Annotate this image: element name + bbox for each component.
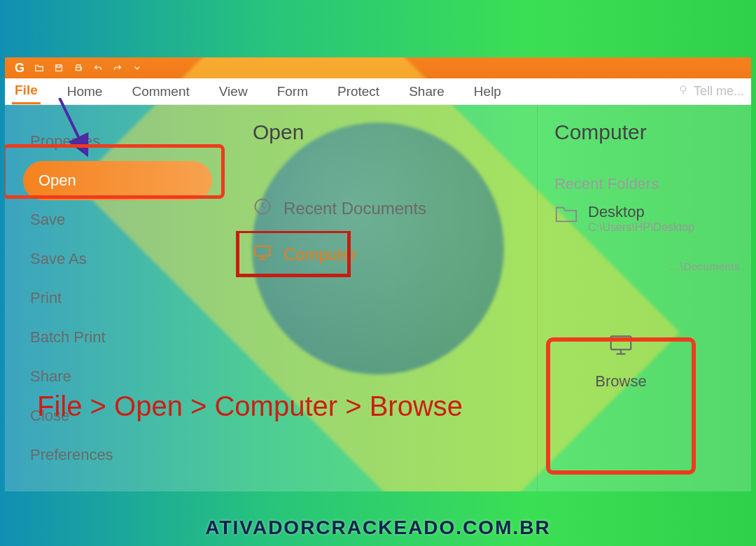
recent-documents-label: Recent Documents [284,199,426,218]
menu-file[interactable]: File [12,78,41,104]
side-save[interactable]: Save [23,200,236,239]
side-close[interactable]: Close [23,396,236,435]
open-computer-label: Computer [284,245,357,265]
browse-button[interactable]: Browse [554,302,687,421]
app-logo-icon: G [15,61,24,76]
menu-home[interactable]: Home [64,80,106,104]
tell-me-placeholder: Tell me... [694,84,744,99]
side-print[interactable]: Print [23,279,236,318]
menu-comment[interactable]: Comment [129,80,192,104]
menu-help[interactable]: Help [471,80,504,104]
folder-name: Desktop [588,203,694,221]
clock-icon [253,197,272,220]
svg-point-0 [680,86,686,92]
svg-rect-2 [255,246,270,256]
recent-folder-desktop[interactable]: Desktop C:\Users\HP\Desktop [554,203,740,234]
side-preferences[interactable]: Preferences [23,435,236,475]
computer-icon [253,243,272,267]
recent-folders-heading: Recent Folders [554,175,740,193]
folder-icon [554,203,578,227]
side-share[interactable]: Share [23,357,236,396]
recent-documents[interactable]: Recent Documents [253,190,520,227]
documents-hint: …\Documents [554,260,740,272]
titlebar: G [5,57,751,78]
side-properties[interactable]: Properties [23,122,236,161]
open-right-column: Computer Recent Folders Desktop C:\Users… [537,105,751,491]
chevron-down-icon[interactable] [132,63,142,73]
computer-icon [606,332,636,363]
menu-view[interactable]: View [216,80,251,104]
folder-path: C:\Users\HP\Desktop [588,221,694,234]
print-icon[interactable] [74,63,83,73]
file-sidebar: Properties Open Save Save As Print Batch… [5,105,236,491]
open-computer[interactable]: Computer [253,237,520,273]
watermark: ativadorcrackeado.com.br [0,517,756,539]
mid-title: Open [253,120,520,144]
lightbulb-icon [677,83,690,99]
right-title: Computer [554,120,740,144]
tell-me-search[interactable]: Tell me... [677,83,744,99]
redo-icon[interactable] [113,63,122,73]
menubar: File Home Comment View Form Protect Shar… [5,78,751,105]
menu-form[interactable]: Form [274,80,311,104]
undo-icon[interactable] [93,63,103,73]
side-open[interactable]: Open [23,161,212,200]
side-save-as[interactable]: Save As [23,239,236,279]
open-mid-column: Open Recent Documents Computer [236,105,537,491]
menu-share[interactable]: Share [406,80,447,104]
open-folder-icon[interactable] [34,63,44,73]
browse-label: Browse [595,372,646,391]
svg-rect-3 [611,336,631,349]
save-icon[interactable] [54,63,64,73]
side-batch-print[interactable]: Batch Print [23,318,236,357]
menu-protect[interactable]: Protect [335,80,382,104]
